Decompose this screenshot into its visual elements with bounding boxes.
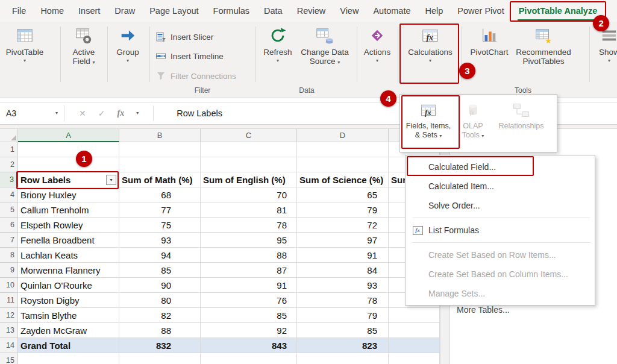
cell-d11[interactable]: 78 (297, 293, 389, 308)
cell-b1[interactable] (119, 142, 201, 157)
row-header-2[interactable]: 2 (0, 157, 18, 172)
cell-b10[interactable]: 90 (119, 278, 201, 293)
cell-b9[interactable]: 85 (119, 263, 201, 278)
enter-icon[interactable]: ✓ (98, 108, 105, 118)
row-header-6[interactable]: 6 (0, 218, 18, 233)
cell-c12[interactable]: 85 (201, 308, 297, 323)
cell-a4[interactable]: Briony Huxley (18, 187, 119, 202)
cell-a2[interactable] (18, 157, 119, 172)
formula-input[interactable]: Row Labels (154, 108, 222, 118)
fields-items-sets-button[interactable]: fx Fields, Items, & Sets ▾ (403, 98, 454, 148)
cell-a3-row-labels[interactable]: Row Labels▼ (18, 172, 119, 187)
cell-a11[interactable]: Royston Digby (18, 293, 119, 308)
pivotchart-button[interactable]: PivotChart (469, 25, 510, 57)
row-header-1[interactable]: 1 (0, 142, 18, 157)
active-field-button[interactable]: Active Field ▾ (65, 25, 102, 66)
recommended-pivottables-button[interactable]: ★ Recommended PivotTables (513, 25, 574, 66)
row-labels-filter-button[interactable]: ▼ (106, 175, 116, 185)
pivottable-button[interactable]: PivotTable ▾ (6, 25, 43, 64)
tab-power-pivot[interactable]: Power Pivot (450, 0, 511, 22)
row-header-3[interactable]: 3 (0, 172, 18, 187)
row-header-11[interactable]: 11 (0, 293, 18, 308)
select-all-corner[interactable] (0, 129, 18, 142)
cell-d10[interactable]: 93 (297, 278, 389, 293)
cell-c11[interactable]: 76 (201, 293, 297, 308)
cell-c7[interactable]: 95 (201, 233, 297, 248)
cell-b11[interactable]: 80 (119, 293, 201, 308)
row-header-4[interactable]: 4 (0, 187, 18, 202)
cell-a12[interactable]: Tamsin Blythe (18, 308, 119, 323)
cell-a15[interactable] (18, 353, 119, 364)
cell-d7[interactable]: 97 (297, 233, 389, 248)
menu-item-list-formulas[interactable]: fxList Formulas (406, 221, 595, 240)
row-header-12[interactable]: 12 (0, 308, 18, 323)
actions-button[interactable]: Actions ▾ (360, 25, 394, 64)
cell-c8[interactable]: 88 (201, 248, 297, 263)
cell-b4[interactable]: 68 (119, 187, 201, 202)
tab-pivottable-analyze[interactable]: PivotTable Analyze2 (512, 0, 605, 22)
cell-b5[interactable]: 77 (119, 202, 201, 218)
column-header-c[interactable]: C (201, 129, 297, 142)
cell-c14[interactable]: 843 (201, 338, 297, 353)
menu-item-solve-order[interactable]: Solve Order... (406, 196, 595, 215)
cell-b2[interactable] (119, 157, 201, 172)
tab-data[interactable]: Data (257, 0, 290, 22)
cell-b3-header[interactable]: Sum of Math (%) (119, 172, 201, 187)
cell-d1[interactable] (297, 142, 389, 157)
cell-d2[interactable] (297, 157, 389, 172)
cell-b14[interactable]: 832 (119, 338, 201, 353)
cell-a8[interactable]: Lachlan Keats (18, 248, 119, 263)
cell-c10[interactable]: 91 (201, 278, 297, 293)
row-header-14[interactable]: 14 (0, 338, 18, 353)
tab-help[interactable]: Help (418, 0, 450, 22)
row-header-5[interactable]: 5 (0, 202, 18, 218)
row-header-13[interactable]: 13 (0, 323, 18, 338)
cell-c9[interactable]: 87 (201, 263, 297, 278)
cell-b15[interactable] (119, 353, 201, 364)
group-button[interactable]: Group ▾ (111, 25, 145, 64)
cell-e15[interactable] (389, 353, 440, 364)
cell-c2[interactable] (201, 157, 297, 172)
cell-e12[interactable] (389, 308, 440, 323)
tab-automate[interactable]: Automate (366, 0, 418, 22)
cell-d15[interactable] (297, 353, 389, 364)
cell-c6[interactable]: 78 (201, 218, 297, 233)
more-tables-link[interactable]: More Tables... (457, 305, 510, 315)
insert-timeline-button[interactable]: Insert Timeline (155, 48, 224, 64)
tab-view[interactable]: View (333, 0, 366, 22)
column-header-d[interactable]: D (297, 129, 389, 142)
cell-a9[interactable]: Morwenna Flannery (18, 263, 119, 278)
cell-c15[interactable] (201, 353, 297, 364)
cell-a10[interactable]: Quinlan O'Rourke (18, 278, 119, 293)
cell-c13[interactable]: 92 (201, 323, 297, 338)
cell-d5[interactable]: 79 (297, 202, 389, 218)
cell-d12[interactable]: 79 (297, 308, 389, 323)
cell-c4[interactable]: 70 (201, 187, 297, 202)
cell-b7[interactable]: 93 (119, 233, 201, 248)
cell-d3-header[interactable]: Sum of Science (%) (297, 172, 389, 187)
cell-b13[interactable]: 88 (119, 323, 201, 338)
name-box-dropdown-icon[interactable]: ▾ (55, 110, 58, 116)
cell-d6[interactable]: 72 (297, 218, 389, 233)
name-box[interactable]: A3 ▾ (0, 102, 64, 124)
calculations-button[interactable]: fx Calculations ▾ (402, 25, 458, 64)
tab-formulas[interactable]: Formulas (206, 0, 257, 22)
cell-a13[interactable]: Zayden McGraw (18, 323, 119, 338)
cell-b12[interactable]: 82 (119, 308, 201, 323)
tab-page-layout[interactable]: Page Layout (142, 0, 205, 22)
change-data-source-button[interactable]: Change Data Source ▾ (298, 25, 352, 66)
row-header-9[interactable]: 9 (0, 263, 18, 278)
refresh-button[interactable]: Refresh ▾ (262, 25, 294, 64)
cell-b8[interactable]: 94 (119, 248, 201, 263)
tab-draw[interactable]: Draw (107, 0, 142, 22)
column-header-b[interactable]: B (119, 129, 201, 142)
cell-c1[interactable] (201, 142, 297, 157)
row-header-8[interactable]: 8 (0, 248, 18, 263)
cell-c5[interactable]: 81 (201, 202, 297, 218)
cell-a5[interactable]: Callum Trenholm (18, 202, 119, 218)
cell-a14[interactable]: Grand Total (18, 338, 119, 353)
insert-slicer-button[interactable]: Insert Slicer (155, 29, 213, 45)
cell-d13[interactable]: 85 (297, 323, 389, 338)
menu-item-calculated-item[interactable]: Calculated Item... (406, 177, 595, 196)
cell-b6[interactable]: 75 (119, 218, 201, 233)
